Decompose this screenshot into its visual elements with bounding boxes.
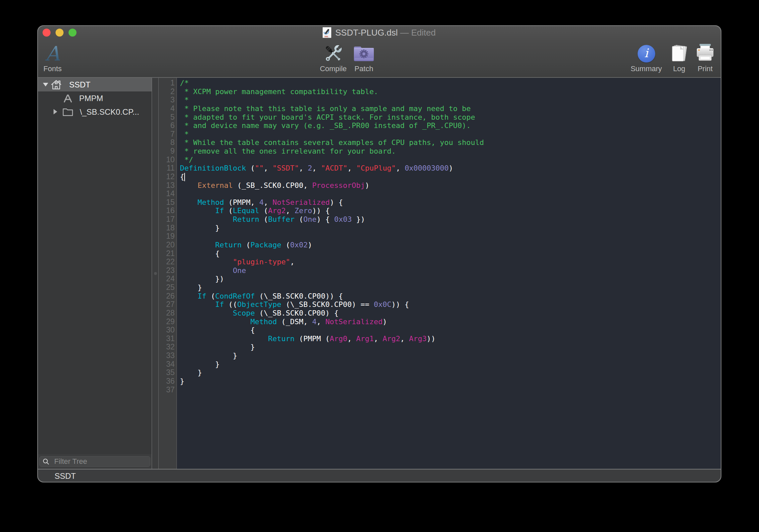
code-line: } <box>180 224 721 232</box>
line-number: 22 <box>159 258 175 266</box>
print-button[interactable]: Print <box>685 43 725 72</box>
code-line: * remove all the ones irrelevant for you… <box>180 147 721 156</box>
line-number: 31 <box>159 334 175 343</box>
code-line: } <box>180 283 721 292</box>
code-line: { <box>180 173 721 181</box>
line-number: 10 <box>159 156 175 164</box>
disclosure-down-icon[interactable] <box>43 83 48 86</box>
code-line: * XCPM power management compatibility ta… <box>180 87 721 96</box>
line-number: 7 <box>159 130 175 139</box>
line-number: 28 <box>159 309 175 318</box>
method-icon <box>62 93 74 104</box>
line-number: 13 <box>159 181 175 190</box>
code-line: Return (Buffer (One) { 0x03 }) <box>180 215 721 224</box>
code-line: } <box>180 368 721 377</box>
code-line: External (_SB_.SCK0.CP00, ProcessorObj) <box>180 181 721 190</box>
line-number: 16 <box>159 206 175 215</box>
line-number: 12 <box>159 173 175 181</box>
line-number: 2 <box>159 87 175 96</box>
code-line: { <box>180 249 721 258</box>
code-line: If (LEqual (Arg2, Zero)) { <box>180 206 721 215</box>
code-line <box>180 190 721 198</box>
line-number: 6 <box>159 121 175 130</box>
disclosure-right-icon[interactable] <box>54 109 57 114</box>
code-line: Method (_DSM, 4, NotSerialized) <box>180 318 721 326</box>
line-number: 35 <box>159 368 175 377</box>
fonts-icon: A <box>45 44 60 64</box>
code-line: * adapted to fit your board's ACPI stack… <box>180 113 721 122</box>
text-caret <box>184 173 185 181</box>
line-number: 19 <box>159 232 175 241</box>
line-number: 17 <box>159 215 175 224</box>
sidebar-item-ssdt[interactable]: SSDT <box>38 78 152 91</box>
code-line: * <box>180 130 721 139</box>
code-line: /* <box>180 79 721 87</box>
code-line <box>180 386 721 394</box>
split-divider[interactable] <box>152 78 159 469</box>
sidebar-tree: SSDT PMPM \_SB.SCK0.CP... <box>38 78 152 469</box>
line-number: 15 <box>159 198 175 207</box>
sidebar-item-label: SSDT <box>69 78 90 91</box>
code-line: * and device name may vary (e.g. _SB_.PR… <box>180 121 721 130</box>
code-line: One <box>180 266 721 275</box>
line-number: 34 <box>159 360 175 369</box>
window-title-group: DSL SSDT-PLUG.dsl — Edited <box>323 25 436 40</box>
patch-label: Patch <box>344 65 384 72</box>
line-number: 9 <box>159 147 175 156</box>
code-line: Return (Package (0x02) <box>180 241 721 249</box>
code-line: Scope (\_SB.SCK0.CP00) { <box>180 309 721 318</box>
code-line: "plugin-type", <box>180 258 721 266</box>
line-number: 5 <box>159 113 175 122</box>
window-header: DSL SSDT-PLUG.dsl — Edited A Fonts <box>37 25 721 78</box>
code-line: If ((ObjectType (\_SB.SCK0.CP00) == 0x0C… <box>180 300 721 309</box>
line-number: 21 <box>159 249 175 258</box>
sidebar-item-pmpm[interactable]: PMPM <box>38 91 152 105</box>
patch-icon <box>353 45 375 62</box>
code-line: } <box>180 351 721 360</box>
line-number: 36 <box>159 377 175 386</box>
code-line: { <box>180 326 721 334</box>
filter-tree-input[interactable]: Filter Tree <box>39 456 150 467</box>
status-bar: SSDT <box>37 469 721 482</box>
code-line: Method (PMPM, 4, NotSerialized) { <box>180 198 721 207</box>
line-number: 26 <box>159 292 175 301</box>
document-icon: DSL <box>323 27 331 38</box>
line-number: 27 <box>159 300 175 309</box>
house-icon <box>51 79 62 90</box>
app-window: DSL SSDT-PLUG.dsl — Edited A Fonts <box>37 25 721 482</box>
minimize-button[interactable] <box>56 29 64 37</box>
print-label: Print <box>685 65 725 72</box>
code-line: */ <box>180 156 721 164</box>
zoom-button[interactable] <box>69 29 76 37</box>
patch-button[interactable]: Patch <box>344 43 384 72</box>
line-number: 25 <box>159 283 175 292</box>
filter-tree-placeholder: Filter Tree <box>54 457 87 466</box>
line-number: 11 <box>159 164 175 173</box>
code-line: * While the table contains several examp… <box>180 138 721 147</box>
window-title-edited: — Edited <box>398 28 436 38</box>
compile-icon <box>323 43 344 64</box>
sidebar-item-label: PMPM <box>79 91 103 105</box>
line-number: 20 <box>159 241 175 249</box>
line-number: 18 <box>159 224 175 232</box>
code-line: If (CondRefOf (\_SB.SCK0.CP00)) { <box>180 292 721 301</box>
code-line: * <box>180 96 721 104</box>
code-line: DefinitionBlock ("", "SSDT", 2, "ACDT", … <box>180 164 721 173</box>
code-line: } <box>180 377 721 386</box>
line-number: 37 <box>159 386 175 394</box>
line-number: 1 <box>159 79 175 87</box>
line-number: 4 <box>159 104 175 113</box>
line-number: 33 <box>159 351 175 360</box>
status-bar-text: SSDT <box>55 469 76 482</box>
sidebar-item-sb-sck0[interactable]: \_SB.SCK0.CP... <box>38 105 152 119</box>
line-number: 3 <box>159 96 175 104</box>
fonts-button[interactable]: A Fonts <box>33 43 73 72</box>
line-number: 29 <box>159 318 175 326</box>
close-button[interactable] <box>43 29 51 37</box>
code-line: * Please note that this table is only a … <box>180 104 721 113</box>
line-number: 23 <box>159 266 175 275</box>
code-editor[interactable]: /* * XCPM power management compatibility… <box>177 78 721 469</box>
line-number-gutter: 1234567891011121314151617181920212223242… <box>159 78 177 469</box>
code-line: } <box>180 343 721 351</box>
divider-handle-dot <box>154 272 157 275</box>
